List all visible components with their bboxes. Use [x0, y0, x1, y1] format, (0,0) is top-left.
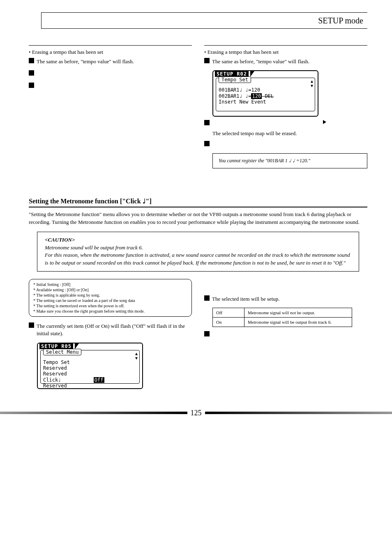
step-1-metronome: The currently set item (Off or On) will …: [37, 322, 192, 337]
table-cell-key: On: [213, 318, 244, 327]
step-2-metronome: The selected item will be setup.: [212, 295, 367, 303]
step-marker: [204, 120, 210, 125]
metronome-body: "Setting the Metronome function" menu al…: [29, 211, 367, 226]
lcd-content: 001BAR1♩ ♩=120 002BAR1♩ ♩=120 DEL Insert…: [219, 87, 312, 105]
step-marker: [204, 141, 210, 146]
note-box: You cannot register the "001BAR 1 ♩ ♩ =1…: [212, 153, 367, 168]
step-marker: [204, 331, 210, 336]
lcd-title: SETUP R05: [39, 343, 73, 349]
setting-line: * Initial Setting : [Off]: [33, 282, 187, 287]
lcd-display-r02: SETUP R02 Tempo Set ▲▼ 001BAR1♩ ♩=120 00…: [204, 70, 367, 117]
lcd-title: SETUP R02: [215, 71, 249, 77]
lcd-line1: 001BAR1♩ ♩=120: [219, 87, 260, 93]
step-marker: [204, 58, 210, 63]
setting-line: * Make sure you choose the right program…: [33, 309, 187, 314]
step-3-metronome: [212, 331, 367, 339]
lcd-line3: Insert New Event: [219, 99, 266, 105]
erase-heading-left: • Erasing a tempo that has been set: [29, 49, 192, 55]
caution-title: <CAUTION>: [45, 237, 75, 243]
lcd-title-decoration: [75, 343, 79, 349]
step-3-left: [37, 83, 192, 90]
page-number: 125: [187, 409, 205, 417]
step-2-right: The selected tempo map will be erased.: [212, 130, 367, 137]
play-icon: [323, 120, 326, 124]
footer-bar-left: [0, 412, 187, 414]
lcd5-line5: Reserved: [43, 383, 67, 389]
table-cell-value: Metronome signal will not be output.: [244, 308, 352, 318]
step-marker: [29, 58, 34, 63]
setting-line: * The setting is memorized even when the…: [33, 303, 187, 309]
step-1-right: The same as before, "tempo value" will f…: [212, 58, 367, 65]
page-header: SETUP mode: [41, 12, 367, 29]
right-column: • Erasing a tempo that has been set The …: [204, 45, 367, 173]
table-row: On Metronome signal will be output from …: [213, 318, 352, 327]
scroll-indicator: ▲▼: [311, 79, 313, 88]
lcd-subtitle: Tempo Set: [219, 76, 251, 83]
lcd-subtitle: Select Menu: [43, 349, 81, 355]
table-row: Off Metronome signal will not be output.: [213, 308, 352, 318]
lcd5-line1: Tempo Set: [43, 359, 70, 365]
lcd-display-r05: SETUP R05 Select Menu ▲▼ Tempo Set Reser…: [29, 343, 192, 389]
table-cell-value: Metronome signal will be output from tra…: [244, 318, 352, 327]
lcd-line2-value: 120: [251, 93, 262, 99]
note-text: You cannot register the "001BAR 1 ♩ ♩ =1…: [219, 158, 310, 164]
page-footer: 125: [0, 409, 392, 417]
lcd-content: Tempo Set Reserved Reserved Click♩ Off R…: [43, 359, 137, 389]
settings-table: Off Metronome signal will not be output.…: [212, 308, 352, 327]
erase-heading-right: • Erasing a tempo that has been set: [204, 49, 367, 55]
step-marker: [29, 322, 34, 328]
caution-text: Metronome sound will be output from trac…: [45, 244, 350, 266]
step-marker: [29, 70, 34, 76]
scroll-indicator: ▲▼: [135, 351, 138, 360]
step-3-right: [212, 141, 367, 148]
lcd5-line4-value: Off: [94, 377, 104, 383]
setting-line: * The setting can be saved or loaded as …: [33, 298, 187, 303]
settings-info-box: * Initial Setting : [Off] * Available se…: [29, 279, 192, 317]
step-marker: [204, 295, 210, 301]
metronome-title: Setting the Metronome function ["Click ♩…: [29, 197, 367, 205]
lcd-line2-del: DEL: [262, 93, 274, 99]
step-2-left: [37, 70, 192, 78]
lcd5-line2: Reserved: [43, 365, 67, 371]
table-cell-key: Off: [213, 308, 244, 318]
setting-line: * The setting is applicable song by song…: [33, 292, 187, 298]
step-marker: [29, 83, 34, 88]
lcd-line2a: 002BAR1♩ ♩=: [219, 93, 251, 99]
header-title: SETUP mode: [318, 16, 363, 25]
lcd5-line3: Reserved: [43, 371, 67, 377]
step-1-left: The same as before, "tempo value" will f…: [37, 58, 192, 65]
lcd-title-decoration: [250, 71, 254, 77]
footer-bar-right: [205, 412, 392, 414]
setting-line: * Available setting : [Off] or [On]: [33, 287, 187, 292]
caution-box: <CAUTION> Metronome sound will be output…: [37, 232, 359, 272]
left-column: • Erasing a tempo that has been set The …: [29, 45, 192, 173]
lcd5-line4a: Click♩: [43, 377, 94, 383]
